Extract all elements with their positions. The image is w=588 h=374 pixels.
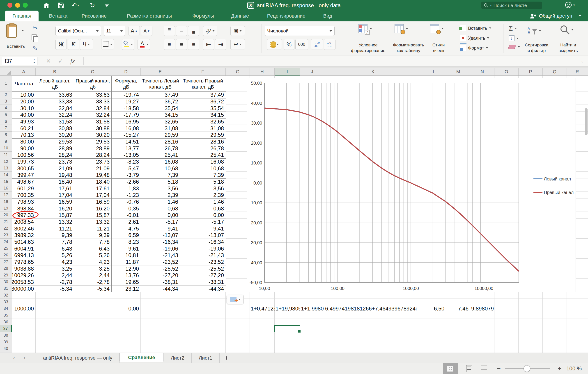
name-box[interactable]: I37 ▲▼ <box>2 57 37 65</box>
row-header-6[interactable]: 6 <box>0 118 12 125</box>
cell-A26[interactable]: 6994,13 <box>12 252 36 259</box>
cell-F7[interactable]: 31,08 <box>180 125 226 132</box>
column-header-F[interactable]: F <box>180 68 226 75</box>
cell-C21[interactable]: 13,32 <box>74 219 112 225</box>
cell-A14[interactable]: 399,47 <box>12 172 36 179</box>
autosum-button[interactable]: Σ <box>509 25 517 32</box>
cell-E19[interactable]: 0,68 <box>141 205 180 212</box>
cell-E3[interactable]: 36,72 <box>141 99 180 105</box>
find-select-label[interactable]: Найти и выделить <box>555 42 582 53</box>
row-header-40[interactable]: 40 <box>0 345 12 352</box>
cell-D11[interactable]: -13,05 <box>112 152 141 159</box>
row-header-21[interactable]: 21 <box>0 219 12 225</box>
cell-E6[interactable]: 32,65 <box>141 119 180 125</box>
cell-D28[interactable]: 12,90 <box>112 265 141 272</box>
cell-E22[interactable]: -9,41 <box>141 225 180 232</box>
next-sheet-arrow-icon[interactable]: › <box>23 353 25 363</box>
column-header-G[interactable]: G <box>226 68 250 75</box>
row-header-33[interactable]: 33 <box>0 299 12 305</box>
cell-E31[interactable]: -44,34 <box>141 285 180 292</box>
cancel-entry-icon[interactable]: ✕ <box>46 55 51 67</box>
sheet-tab-Сравнение[interactable]: Сравнение <box>119 353 164 362</box>
cell-D24[interactable]: 8,23 <box>112 239 141 246</box>
cell-A28[interactable]: 9038,88 <box>12 265 36 272</box>
cell-D13[interactable]: -5,47 <box>112 165 141 172</box>
cell-F30[interactable]: -38,31 <box>180 279 226 286</box>
cell-A7[interactable]: 60,21 <box>12 125 36 132</box>
cell-F14[interactable]: 7,39 <box>180 172 226 179</box>
ribbon-tab-Формулы[interactable]: Формулы <box>188 10 219 21</box>
format-as-table-icon[interactable] <box>395 24 408 33</box>
ribbon-tab-Вставка[interactable]: Вставка <box>45 10 71 21</box>
cell-D4[interactable]: -18,58 <box>112 105 141 112</box>
cell-E14[interactable]: 7,39 <box>141 172 180 179</box>
cell-A3[interactable]: 20,00 <box>12 99 36 105</box>
conditional-formatting-icon[interactable]: ≠ <box>358 24 372 33</box>
page-layout-view-button[interactable] <box>463 363 475 374</box>
cell-C15[interactable]: 18,40 <box>74 179 112 185</box>
cell-E5[interactable]: 34,15 <box>141 112 180 119</box>
cell-D6[interactable]: -16,95 <box>112 119 141 125</box>
ribbon-tab-Разметка страницы[interactable]: Разметка страницы <box>117 10 181 21</box>
search-scope-chevron-icon[interactable]: ▾ <box>490 4 492 7</box>
cell-B20[interactable]: 15,87 <box>36 212 74 219</box>
cell-B19[interactable]: 16,20 <box>36 205 74 212</box>
cell-B13[interactable]: 21,09 <box>36 165 74 172</box>
cell-F1[interactable]: Точность Правый канал, дБ <box>180 76 226 92</box>
paste-button-label[interactable]: Вставить <box>4 44 27 49</box>
thousands-format-button[interactable]: 000 <box>295 39 308 50</box>
cell-F19[interactable]: 0,68 <box>180 205 226 212</box>
cell-F21[interactable]: -5,17 <box>180 219 226 225</box>
cell-C31[interactable]: -5,34 <box>74 285 112 292</box>
row-header-4[interactable]: 4 <box>0 105 12 111</box>
cell-D22[interactable]: 4,75 <box>112 225 141 232</box>
cell-C1[interactable]: Правый канал, дб <box>74 76 112 92</box>
number-format-select[interactable]: Числовой <box>265 26 335 36</box>
cell-F13[interactable]: 10,68 <box>180 165 226 172</box>
cell-B7[interactable]: 30,88 <box>36 125 74 132</box>
share-button[interactable]: Общий доступ <box>530 10 572 21</box>
cell-J34[interactable]: 1+1,998052 <box>300 305 324 312</box>
zoom-out-button[interactable]: − <box>494 363 503 374</box>
cell-E2[interactable]: 37,49 <box>141 92 180 99</box>
row-header-19[interactable]: 19 <box>0 205 12 212</box>
decrease-indent-button[interactable]: ⇤ <box>203 39 214 50</box>
cell-D9[interactable]: -14,51 <box>112 139 141 145</box>
cell-C6[interactable]: 31,58 <box>74 119 112 125</box>
cell-E29[interactable]: -27,20 <box>141 272 180 279</box>
row-header-35[interactable]: 35 <box>0 312 12 319</box>
row-header-30[interactable]: 30 <box>0 279 12 285</box>
align-left-button[interactable]: ≡ <box>164 39 175 50</box>
font-color-button[interactable]: А <box>137 39 150 50</box>
cell-C27[interactable]: 4,23 <box>74 259 112 266</box>
row-header-20[interactable]: 20 <box>0 212 12 219</box>
cell-D5[interactable]: -17,79 <box>112 112 141 119</box>
formula-bar-expand-chevron-icon[interactable]: ⌄ <box>581 55 584 67</box>
cell-B8[interactable]: 30,20 <box>36 132 74 139</box>
cell-styles-icon[interactable] <box>430 24 444 33</box>
cell-F8[interactable]: 29,59 <box>180 132 226 139</box>
font-size-select[interactable]: 11 <box>104 26 125 36</box>
cell-A12[interactable]: 199,73 <box>12 159 36 165</box>
legend-entry[interactable]: Правый канал <box>534 189 574 196</box>
cell-C23[interactable]: 9,39 <box>74 232 112 239</box>
cell-L34[interactable]: 6,50 <box>422 305 446 312</box>
cell-B3[interactable]: 33,33 <box>36 99 74 105</box>
cell-F29[interactable]: -27,20 <box>180 272 226 279</box>
cell-styles-label[interactable]: Стили ячеек <box>424 42 453 53</box>
cell-A5[interactable]: 40,00 <box>12 112 36 119</box>
copy-icon[interactable] <box>32 34 37 40</box>
cell-D26[interactable]: 10,81 <box>112 252 141 259</box>
prev-sheet-arrow-icon[interactable]: ‹ <box>13 353 15 363</box>
cell-A30[interactable]: 20058,53 <box>12 279 36 286</box>
row-header-15[interactable]: 15 <box>0 178 12 185</box>
collapse-ribbon-chevron-icon[interactable]: ⌃ <box>578 14 582 20</box>
cell-M34[interactable]: 7,46 <box>446 305 470 312</box>
cell-B14[interactable]: 19,48 <box>36 172 74 179</box>
cell-F5[interactable]: 34,15 <box>180 112 226 119</box>
cell-A15[interactable]: 498,67 <box>12 179 36 185</box>
cell-E18[interactable]: 1,46 <box>141 199 180 205</box>
cell-C19[interactable]: 16,20 <box>74 205 112 212</box>
underline-button[interactable]: Ч <box>80 39 93 50</box>
row-header-18[interactable]: 18 <box>0 199 12 205</box>
